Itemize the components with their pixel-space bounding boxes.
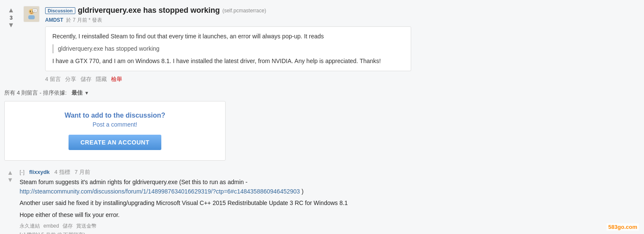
- post-title-line: Discussion gldriverquery.exe has stopped…: [45, 6, 640, 15]
- cta-box: Want to add to the discussion? Post a co…: [4, 101, 226, 161]
- post-body: Recently, I reinstalled Steam to find ou…: [45, 26, 411, 71]
- comment-row: ▲ ▼ [-] flixxydk 4 指標 7 月前 Steam forum s…: [0, 166, 644, 234]
- post-body-line2: I have a GTX 770, and I am on Windows 8.…: [52, 57, 404, 66]
- comment-text3: Hope either of these will fix your error…: [20, 211, 403, 220]
- comments-header: 所有 4 則留言 - 排序依據: 最佳 ▼: [0, 86, 644, 99]
- comment-text: Steam forum suggests it's admin rights f…: [20, 178, 403, 196]
- post-author[interactable]: AMDST: [45, 17, 63, 23]
- post-header: ▲ 3 ▼: [0, 3, 644, 86]
- comment-points: 4 指標: [54, 169, 70, 175]
- vote-column: ▲ 3 ▼: [4, 7, 18, 29]
- comment-link-close: ): [302, 188, 304, 195]
- comments-count-link[interactable]: 4 留言: [45, 75, 61, 83]
- sort-label: 所有 4 則留言 - 排序依據:: [4, 89, 67, 97]
- comment-actions: 永久連結 embed 儲存 賞送金幣: [20, 222, 640, 230]
- post-meta: AMDST 於 7 月前 * 發表: [45, 17, 640, 24]
- svg-point-2: [30, 11, 31, 12]
- report-link[interactable]: 檢舉: [111, 75, 122, 83]
- avatar: [23, 6, 40, 22]
- reward-link[interactable]: 賞送金幣: [76, 222, 97, 230]
- comment-header: [-] flixxydk 4 指標 7 月前: [20, 168, 640, 176]
- create-account-button[interactable]: CREATE AN ACCOUNT: [69, 135, 161, 150]
- hide-link[interactable]: 隱藏: [96, 75, 107, 83]
- post-title: gldriverquery.exe has stopped working: [78, 6, 220, 15]
- permalink-link[interactable]: 永久連結: [20, 222, 40, 230]
- svg-rect-4: [28, 15, 34, 19]
- post-meta-text: 於 7 月前 * 發表: [66, 17, 102, 23]
- collapse-toggle[interactable]: [-]: [20, 169, 25, 175]
- post-community: (self.pcmasterrace): [222, 8, 266, 14]
- sort-value[interactable]: 最佳: [72, 89, 83, 97]
- comment-body: [-] flixxydk 4 指標 7 月前 Steam forum sugge…: [20, 168, 640, 234]
- commenter-name[interactable]: flixxydk: [29, 169, 49, 175]
- cta-sub: Post a comment!: [13, 121, 217, 128]
- comment-text1: Steam forum suggests it's admin rights f…: [20, 179, 247, 185]
- post-body-line1: Recently, I reinstalled Steam to find ou…: [52, 32, 404, 41]
- discussion-tag[interactable]: Discussion: [45, 7, 75, 14]
- vote-count: 3: [9, 14, 12, 21]
- comment-save-link[interactable]: 儲存: [63, 222, 73, 230]
- post-actions: 4 留言 分享 儲存 隱藏 檢舉: [45, 75, 640, 84]
- comment-vote-column: ▲ ▼: [4, 169, 16, 183]
- embed-link[interactable]: embed: [43, 223, 59, 229]
- cta-title: Want to add to the discussion?: [13, 112, 217, 119]
- post-body-quote: gldriverquery.exe has stopped working: [52, 44, 404, 53]
- sort-arrow-icon[interactable]: ▼: [84, 90, 89, 95]
- comment-downvote-icon[interactable]: ▼: [7, 176, 14, 184]
- share-link[interactable]: 分享: [65, 75, 76, 83]
- downvote-arrow-icon[interactable]: ▼: [8, 22, 14, 29]
- save-link[interactable]: 儲存: [80, 75, 92, 83]
- svg-rect-5: [33, 9, 37, 12]
- watermark: 583go.com: [607, 223, 639, 231]
- comment-time: 7 月前: [74, 169, 90, 175]
- upvote-arrow-icon[interactable]: ▲: [8, 7, 14, 14]
- comment-text2: Another user said he fixed it by install…: [20, 199, 403, 208]
- post-content: Discussion gldriverquery.exe has stopped…: [45, 6, 640, 84]
- comment-link[interactable]: http://steamcommunity.com/discussions/fo…: [20, 188, 300, 195]
- page-wrapper: ▲ 3 ▼: [0, 0, 644, 234]
- comment-upvote-icon[interactable]: ▲: [7, 169, 14, 176]
- reply-toggle[interactable]: [+] [刪除] 5 月前 (2 下層留言): [20, 231, 640, 234]
- avatar-area: [22, 6, 41, 22]
